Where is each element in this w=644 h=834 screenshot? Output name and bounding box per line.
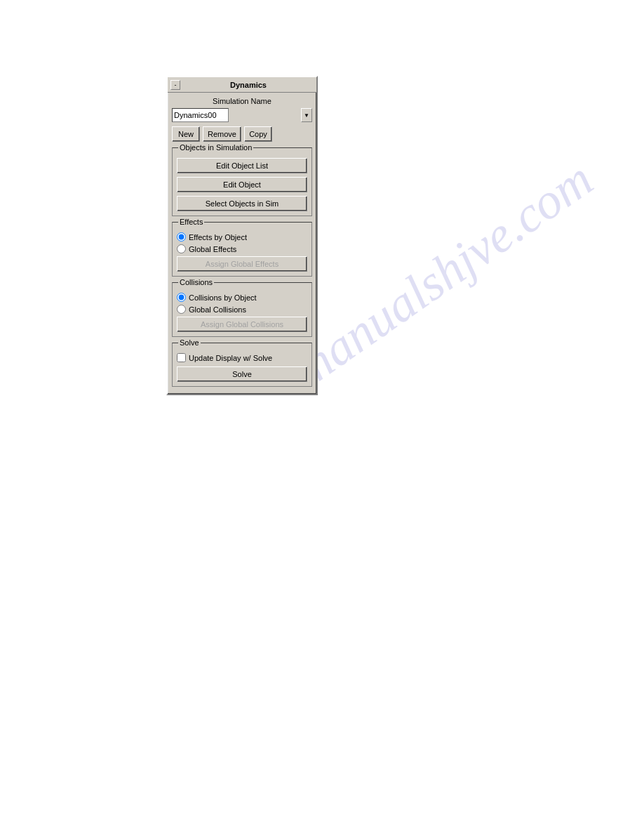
effects-by-object-label: Effects by Object [189, 233, 247, 241]
update-display-checkbox[interactable] [177, 353, 186, 362]
collisions-by-object-label: Collisions by Object [189, 293, 257, 302]
effects-by-object-radio[interactable] [177, 232, 186, 241]
simulation-name-label: Simulation Name [172, 97, 312, 105]
simulation-dropdown-row: Dynamics00 ▼ [172, 108, 312, 122]
effects-group-label: Effects [178, 218, 204, 226]
solve-button[interactable]: Solve [177, 366, 307, 382]
effects-group: Effects Effects by Object Global Effects… [172, 222, 312, 277]
global-effects-row: Global Effects [177, 244, 307, 253]
panel-title: Dynamics [183, 81, 314, 89]
simulation-dropdown[interactable]: Dynamics00 [172, 108, 229, 122]
effects-by-object-row: Effects by Object [177, 232, 307, 241]
copy-button[interactable]: Copy [244, 126, 272, 142]
collisions-group-label: Collisions [178, 278, 214, 286]
global-collisions-radio[interactable] [177, 305, 186, 314]
remove-button[interactable]: Remove [203, 126, 241, 142]
assign-global-collisions-button[interactable]: Assign Global Collisions [177, 317, 307, 332]
update-display-label: Update Display w/ Solve [189, 354, 272, 362]
collisions-by-object-row: Collisions by Object [177, 293, 307, 302]
collisions-by-object-radio[interactable] [177, 293, 186, 302]
objects-in-simulation-group: Objects in Simulation Edit Object List E… [172, 147, 312, 216]
minimize-button[interactable]: - [170, 80, 180, 90]
new-remove-copy-row: New Remove Copy [172, 126, 312, 142]
watermark: manualshjve.com [282, 150, 604, 400]
dropdown-arrow-icon: ▼ [301, 108, 312, 122]
simulation-dropdown-wrapper: Dynamics00 ▼ [172, 108, 312, 122]
select-objects-button[interactable]: Select Objects in Sim [177, 196, 307, 211]
edit-object-list-button[interactable]: Edit Object List [177, 158, 307, 173]
title-bar: - Dynamics [168, 77, 316, 93]
global-effects-label: Global Effects [189, 245, 236, 253]
objects-group-label: Objects in Simulation [178, 143, 253, 152]
dynamics-panel: - Dynamics Simulation Name Dynamics00 ▼ … [166, 76, 318, 395]
edit-object-button[interactable]: Edit Object [177, 177, 307, 192]
new-button[interactable]: New [172, 126, 200, 142]
global-collisions-label: Global Collisions [189, 305, 246, 314]
solve-group: Solve Update Display w/ Solve Solve [172, 343, 312, 387]
solve-group-label: Solve [178, 338, 201, 347]
assign-global-effects-button[interactable]: Assign Global Effects [177, 256, 307, 272]
panel-content: Simulation Name Dynamics00 ▼ New Remove … [168, 93, 316, 394]
global-effects-radio[interactable] [177, 244, 186, 253]
collisions-group: Collisions Collisions by Object Global C… [172, 282, 312, 337]
update-display-row: Update Display w/ Solve [177, 353, 307, 362]
page-background: manualshjve.com - Dynamics Simulation Na… [0, 0, 644, 834]
global-collisions-row: Global Collisions [177, 305, 307, 314]
